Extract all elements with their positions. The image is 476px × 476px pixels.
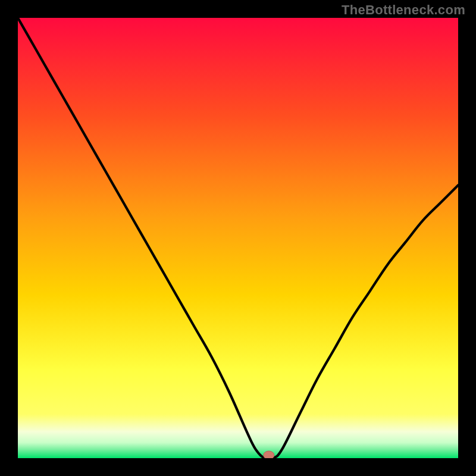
chart-frame: TheBottleneck.com [0,0,476,476]
chart-svg [18,18,458,458]
gradient-background [18,18,458,458]
plot-area [18,18,458,458]
optimal-point-marker [264,451,274,458]
watermark-label: TheBottleneck.com [342,2,465,18]
